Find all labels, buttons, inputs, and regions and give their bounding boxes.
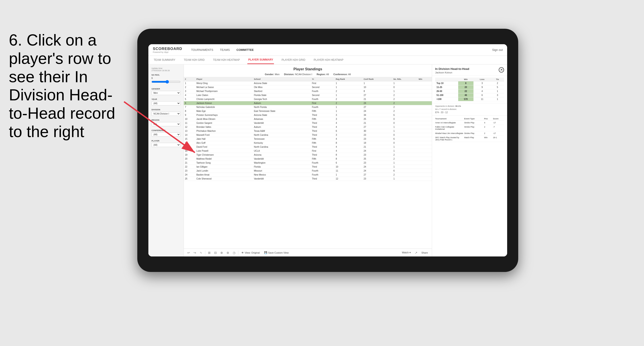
- cell-win: [418, 89, 432, 93]
- table-row[interactable]: 1 Wenyi Ding Arizona State First 1 1 1: [184, 81, 432, 85]
- cell-win: [418, 81, 432, 85]
- redo-button[interactable]: ↪: [193, 250, 197, 255]
- cell-rds: 0: [392, 85, 418, 89]
- cell-yr: Second: [311, 85, 334, 89]
- cell-yr: First: [311, 81, 334, 85]
- share-button[interactable]: Share: [420, 251, 429, 254]
- cell-yr: Third: [311, 145, 334, 149]
- table-row[interactable]: 16 Alex Goff Kentucky Fifth 8 19 0: [184, 141, 432, 145]
- cell-rds: 2: [392, 101, 418, 105]
- tournament-type: Stroke Play: [464, 126, 484, 130]
- table-row[interactable]: 3 Michael Thorbjornsen Stanford Fourth 2…: [184, 89, 432, 93]
- cell-conf: 23: [362, 137, 392, 141]
- h2h-close-button[interactable]: ✕: [499, 67, 504, 72]
- h2h-player-name: Jackson Koivun: [435, 71, 469, 74]
- zoom-in-button[interactable]: ⊞: [207, 250, 212, 255]
- table-row[interactable]: 15 Jake Hall Tennessee Fifth 4 23 6: [184, 137, 432, 141]
- tab-player-summary[interactable]: PLAYER SUMMARY: [247, 56, 274, 64]
- h2h-range: >100: [435, 97, 458, 101]
- tournament-pos: Win: [484, 136, 493, 141]
- table-row[interactable]: 10 Jacob Mow-Olesen Arkansas Fifth 3 25 …: [184, 117, 432, 121]
- save-custom-button[interactable]: 💾 Save Custom View: [263, 251, 290, 254]
- cell-yr: Third: [311, 165, 334, 169]
- undo-button[interactable]: ↩: [186, 250, 191, 255]
- cell-school: North Carolina: [253, 145, 311, 149]
- cell-player: Luke Powell: [195, 149, 253, 153]
- watch-button[interactable]: Watch ▾: [400, 251, 412, 254]
- cell-rds: 1: [392, 89, 418, 93]
- panel-header: Player Standings Gender: Men Division: N…: [184, 65, 432, 77]
- table-row[interactable]: 14 Maxwell Ford North Carolina Third 3 2…: [184, 133, 432, 137]
- table-row[interactable]: 22 Ian Gilligan Florida Third 10 24 1: [184, 165, 432, 169]
- zoom-out-button[interactable]: ⊟: [213, 250, 218, 255]
- cell-rds: 1: [392, 81, 418, 85]
- nav-tournaments[interactable]: TOURNAMENTS: [191, 47, 213, 52]
- clock-button[interactable]: ◷: [232, 250, 236, 255]
- table-row[interactable]: 21 Taehoon Song Washington Fourth 6 23 1: [184, 161, 432, 165]
- settings-button[interactable]: ⊛: [226, 250, 230, 255]
- h2h-win-val: 46: [458, 93, 474, 97]
- table-row[interactable]: 23 Jack Lundin Missouri Fourth 11 24 6: [184, 169, 432, 173]
- table-row[interactable]: 6 Jackson Koivun Auburn First 2 24 2: [184, 101, 432, 105]
- gender-select[interactable]: Men: [152, 91, 180, 95]
- table-row[interactable]: 25 Cole Sherwood Vanderbilt Third 12 23 …: [184, 177, 432, 181]
- cell-conf: 23: [362, 153, 392, 157]
- cell-win: [418, 121, 432, 125]
- cell-school: Auburn: [253, 101, 311, 105]
- cell-win: [418, 97, 432, 101]
- col-no-rds: No. Rds.: [392, 77, 418, 81]
- no-rds-slider[interactable]: [152, 79, 180, 84]
- table-row[interactable]: 11 Gordon Sargent Vanderbilt Third 4 21 …: [184, 121, 432, 125]
- cell-yr: Fourth: [311, 105, 334, 109]
- add-button[interactable]: ⊕: [220, 250, 224, 255]
- table-row[interactable]: 17 David Ford North Carolina Third 4 21 …: [184, 145, 432, 149]
- cell-reg: 3: [334, 113, 362, 117]
- table-row[interactable]: 9 Preston Summerhays Arizona State Third…: [184, 113, 432, 117]
- table-row[interactable]: 2 Michael La Sasso Ole Miss Second 1 10 …: [184, 85, 432, 89]
- cell-school: Georgia Tech: [253, 97, 311, 101]
- forward-button[interactable]: ⤷: [199, 250, 203, 255]
- table-row[interactable]: 12 Brendan Valles Auburn Third 4 27 1: [184, 125, 432, 129]
- tab-player-h2h-heatmap[interactable]: PLAYER H2H HEATMAP: [313, 56, 344, 64]
- table-row[interactable]: 18 Luke Powell UCLA First 4 24 1: [184, 149, 432, 153]
- table-row[interactable]: 24 Bastien Amat New Mexico Fourth 1 27 2: [184, 173, 432, 177]
- table-row[interactable]: 20 Matthew Riedel Vanderbilt Fifth 8 25 …: [184, 157, 432, 161]
- table-row[interactable]: 7 Nicholas Gabrelcik North Florida Fourt…: [184, 105, 432, 109]
- cell-player: Jackson Koivun: [195, 101, 253, 105]
- table-row[interactable]: 13 Phichakun Maichon Texas A&M Third 6 3…: [184, 129, 432, 133]
- tab-team-summary[interactable]: TEAM SUMMARY: [153, 56, 176, 64]
- h2h-table-row: 51-100 46 6 3: [435, 93, 504, 97]
- cell-rds: 0: [392, 141, 418, 145]
- tab-team-h2h-grid[interactable]: TEAM H2H GRID: [183, 56, 206, 64]
- tab-player-h2h-grid[interactable]: PLAYER H2H GRID: [280, 56, 306, 64]
- wlt-record: 674 - 33 - 12: [435, 111, 504, 114]
- cell-school: Florida State: [253, 93, 311, 97]
- cell-reg: 4: [334, 137, 362, 141]
- tab-team-h2h-heatmap[interactable]: TEAM H2H HEATMAP: [212, 56, 241, 64]
- sign-out-button[interactable]: Sign out: [492, 48, 503, 51]
- view-original-button[interactable]: 👁 View: Original: [240, 251, 261, 254]
- table-row[interactable]: 19 Tiger Christensen Arizona Third 8 23 …: [184, 153, 432, 157]
- table-row[interactable]: 5 Christo Lamprecht Georgia Tech Fourth …: [184, 97, 432, 101]
- nav-committee[interactable]: COMMITTEE: [236, 47, 254, 52]
- cell-win: [418, 105, 432, 109]
- separator-2: [238, 250, 238, 255]
- cell-rds: 2: [392, 105, 418, 109]
- cell-conf: 23: [362, 133, 392, 137]
- scoreboard-logo: SCOREBOARD Powered by clippi: [153, 47, 182, 53]
- col-player: Player: [195, 77, 253, 81]
- cell-conf: 19: [362, 141, 392, 145]
- cell-conf: 1: [362, 81, 392, 85]
- cell-conf: 21: [362, 145, 392, 149]
- cell-school: Missouri: [253, 169, 311, 173]
- nav-teams[interactable]: TEAMS: [220, 47, 230, 52]
- cell-yr: Third: [311, 129, 334, 133]
- table-row[interactable]: 4 Luke Claton Florida State Second 1 27 …: [184, 93, 432, 97]
- h2h-win-val: 578: [458, 97, 474, 101]
- cell-school: Ole Miss: [253, 85, 311, 89]
- cell-rds: 1: [392, 161, 418, 165]
- top-nav-links: TOURNAMENTS TEAMS COMMITTEE: [191, 47, 492, 52]
- cell-yr: Fifth: [311, 141, 334, 145]
- share-icon[interactable]: ↗: [414, 250, 418, 255]
- table-row[interactable]: 8 Mats Ege East Tennessee State Fifth 1 …: [184, 109, 432, 113]
